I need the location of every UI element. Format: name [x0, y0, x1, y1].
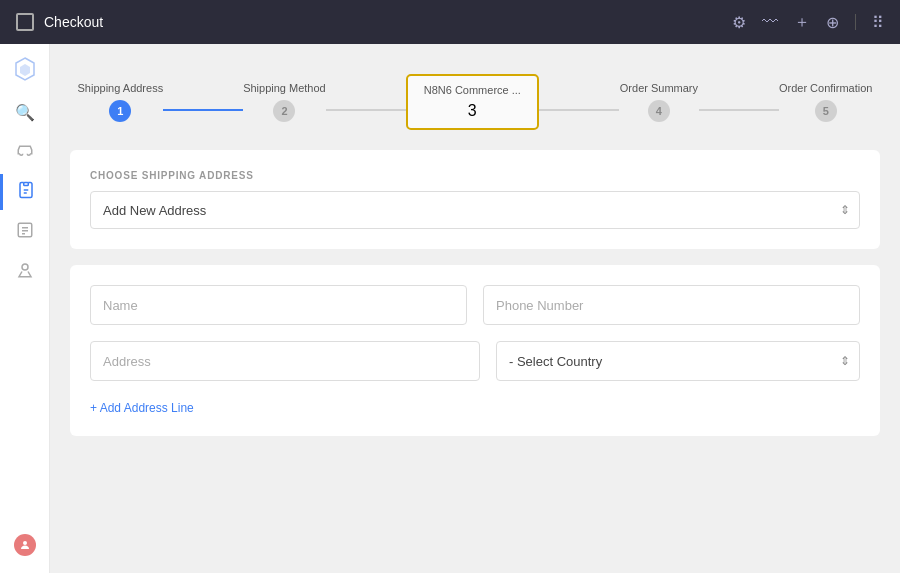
main-content: Shipping Address 1 Shipping Method 2 N8N… [50, 44, 900, 573]
add-icon[interactable]: ＋ [794, 12, 810, 33]
step-2-circle: 2 [273, 100, 295, 122]
step-order-confirmation: Order Confirmation 5 [779, 82, 873, 122]
sidebar-search-button[interactable]: 🔍 [0, 94, 49, 130]
connector-1-2 [163, 109, 243, 111]
list-icon [16, 221, 34, 243]
eye-hide-icon[interactable]: 〰 [762, 13, 778, 31]
add-address-line-button[interactable]: + Add Address Line [90, 401, 194, 415]
address-form-card: - Select Country ⇕ + Add Address Line [70, 265, 880, 436]
step-3-highlighted: N8N6 Commerce ... 3 [406, 74, 539, 130]
header-divider [855, 14, 856, 30]
address-input[interactable] [90, 341, 480, 381]
step-5-circle: 5 [815, 100, 837, 122]
sidebar-item-clipboard[interactable] [0, 174, 49, 210]
step-order-summary: Order Summary 4 [619, 82, 699, 122]
sidebar-item-badge[interactable] [0, 254, 49, 290]
svg-point-8 [23, 541, 27, 545]
svg-point-7 [22, 264, 28, 270]
sidebar-item-car[interactable] [0, 134, 49, 170]
step-shipping-method: Shipping Method 2 [243, 82, 326, 122]
connector-3-4 [539, 109, 619, 111]
step-3-circle: 3 [468, 102, 477, 120]
search-icon: 🔍 [15, 103, 35, 122]
sidebar-item-list[interactable] [0, 214, 49, 250]
step-shipping-address: Shipping Address 1 [78, 82, 164, 122]
sidebar-avatar[interactable] [0, 527, 49, 563]
sidebar-logo [10, 54, 40, 84]
step-5-label: Order Confirmation [779, 82, 873, 94]
section-label: CHOOSE SHIPPING ADDRESS [90, 170, 860, 181]
step-1-circle: 1 [109, 100, 131, 122]
header-left: Checkout [16, 13, 103, 31]
connector-2-3 [326, 109, 406, 111]
address-country-row: - Select Country ⇕ [90, 341, 860, 381]
address-selector-card: CHOOSE SHIPPING ADDRESS Add New Address … [70, 150, 880, 249]
svg-rect-0 [24, 183, 29, 186]
window-icon [16, 13, 34, 31]
name-input[interactable] [90, 285, 467, 325]
step-4-label: Order Summary [620, 82, 698, 94]
step-1-label: Shipping Address [78, 82, 164, 94]
step-3-label: N8N6 Commerce ... [424, 84, 521, 96]
checkout-stepper: Shipping Address 1 Shipping Method 2 N8N… [70, 64, 880, 150]
phone-input[interactable] [483, 285, 860, 325]
sidebar: 🔍 [0, 44, 50, 573]
car-icon [16, 141, 34, 163]
country-select[interactable]: - Select Country [496, 341, 860, 381]
layout: 🔍 [0, 44, 900, 573]
top-header: Checkout ⚙ 〰 ＋ ⊕ ⠿ [0, 0, 900, 44]
connector-4-5 [699, 109, 779, 111]
clipboard-icon [17, 181, 35, 203]
grid-icon[interactable]: ⠿ [872, 13, 884, 32]
header-right: ⚙ 〰 ＋ ⊕ ⠿ [732, 12, 884, 33]
step-2-label: Shipping Method [243, 82, 326, 94]
address-select[interactable]: Add New Address [90, 191, 860, 229]
gear-icon[interactable]: ⚙ [732, 13, 746, 32]
globe-icon[interactable]: ⊕ [826, 13, 839, 32]
address-select-wrapper: Add New Address ⇕ [90, 191, 860, 229]
step-4-circle: 4 [648, 100, 670, 122]
header-title: Checkout [44, 14, 103, 30]
name-phone-row [90, 285, 860, 325]
badge-icon [16, 261, 34, 283]
country-select-wrapper: - Select Country ⇕ [496, 341, 860, 381]
